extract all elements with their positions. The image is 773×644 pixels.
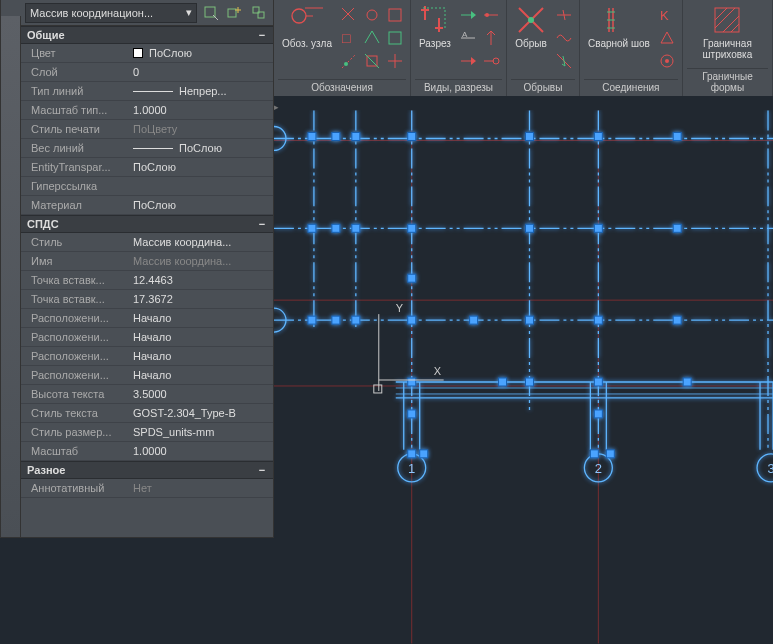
svg-rect-78 <box>332 224 340 232</box>
property-row[interactable]: Расположени...Начало <box>21 328 273 347</box>
ribbon-group-granichnye: Граничная штриховка Граничные формы <box>683 0 773 96</box>
sm-icon-3[interactable] <box>384 4 406 26</box>
sm-break-2[interactable] <box>553 27 575 49</box>
property-value[interactable]: Массив координа... <box>133 236 273 248</box>
property-value[interactable]: ПоСлою <box>133 47 273 59</box>
sm-icon-9[interactable] <box>384 50 406 72</box>
property-value-text: 12.4463 <box>133 274 173 286</box>
sm-weld-1[interactable]: K <box>656 4 678 26</box>
property-value[interactable]: ПоЦвету <box>133 123 273 135</box>
select-objects-button[interactable] <box>249 3 269 23</box>
property-value[interactable]: 1.0000 <box>133 445 273 457</box>
property-value[interactable]: Начало <box>133 312 273 324</box>
weld-button[interactable]: Сварной шов <box>584 2 654 51</box>
property-row[interactable]: ИмяМассив координа... <box>21 252 273 271</box>
property-value[interactable]: Непрер... <box>133 85 273 97</box>
property-value[interactable]: ПоСлою <box>133 199 273 211</box>
property-row[interactable]: Слой0 <box>21 63 273 82</box>
object-type-value: Массив координацион... <box>30 7 153 19</box>
property-value[interactable]: GOST-2.304_Type-B <box>133 407 273 419</box>
break-button[interactable]: Обрыв <box>511 2 551 51</box>
property-group-header[interactable]: Общие− <box>21 26 273 44</box>
property-value[interactable]: ПоСлою <box>133 142 273 154</box>
property-value[interactable]: Массив координа... <box>133 255 273 267</box>
property-row[interactable]: Тип линийНепрер... <box>21 82 273 101</box>
sm-weld-2[interactable] <box>656 27 678 49</box>
property-value[interactable]: SPDS_units-mm <box>133 426 273 438</box>
property-value[interactable]: 0 <box>133 66 273 78</box>
property-group-header[interactable]: Разное− <box>21 461 273 479</box>
svg-rect-97 <box>683 378 691 386</box>
sm-icon-7[interactable] <box>338 50 360 72</box>
collapse-icon[interactable]: − <box>257 219 267 229</box>
property-row[interactable]: Гиперссылка <box>21 177 273 196</box>
property-row[interactable]: Расположени...Начало <box>21 347 273 366</box>
property-name: Расположени... <box>21 331 133 343</box>
sm-view-3[interactable]: A <box>457 27 479 49</box>
property-value[interactable]: Начало <box>133 331 273 343</box>
property-value[interactable]: Нет <box>133 482 273 494</box>
property-value[interactable]: 1.0000 <box>133 104 273 116</box>
property-row[interactable]: Точка вставк...12.4463 <box>21 271 273 290</box>
sm-view-5[interactable] <box>457 50 479 72</box>
property-row[interactable]: Высота текста3.5000 <box>21 385 273 404</box>
object-type-combo[interactable]: Массив координацион... ▾ <box>25 3 197 23</box>
property-row[interactable]: Точка вставк...17.3672 <box>21 290 273 309</box>
properties-panel-handle[interactable] <box>1 16 21 537</box>
sm-icon-4[interactable]: □ <box>338 27 360 49</box>
svg-text:K: K <box>660 8 669 23</box>
property-row[interactable]: Стиль текстаGOST-2.304_Type-B <box>21 404 273 423</box>
ribbon-group-title: Обозначения <box>278 79 406 96</box>
property-value[interactable]: 3.5000 <box>133 388 273 400</box>
node-designation-button[interactable]: Обоз. узла <box>278 2 336 51</box>
property-row[interactable]: Масштаб тип...1.0000 <box>21 101 273 120</box>
property-name: Материал <box>21 199 133 211</box>
property-row[interactable]: ЦветПоСлою <box>21 44 273 63</box>
sm-icon-6[interactable] <box>384 27 406 49</box>
quick-select-button[interactable] <box>201 3 221 23</box>
properties-panel: Массив координацион... ▾ Общие−ЦветПоСло… <box>0 0 274 538</box>
property-group-header[interactable]: СПДС− <box>21 215 273 233</box>
sm-weld-3[interactable] <box>656 50 678 72</box>
property-row[interactable]: Расположени...Начало <box>21 309 273 328</box>
sm-icon-1[interactable] <box>338 4 360 26</box>
property-value[interactable]: ПоСлою <box>133 161 273 173</box>
property-row[interactable]: МатериалПоСлою <box>21 196 273 215</box>
property-value[interactable]: 12.4463 <box>133 274 273 286</box>
sm-view-6[interactable] <box>480 50 502 72</box>
pickadd-button[interactable] <box>225 3 245 23</box>
property-row[interactable]: Масштаб1.0000 <box>21 442 273 461</box>
property-row[interactable]: Расположени...Начало <box>21 366 273 385</box>
sm-break-1[interactable] <box>553 4 575 26</box>
svg-text:Y: Y <box>396 302 404 314</box>
sm-view-4[interactable] <box>480 27 502 49</box>
ribbon-group-title: Обрывы <box>511 79 575 96</box>
svg-rect-93 <box>408 378 416 386</box>
svg-rect-110 <box>228 9 236 17</box>
sm-icon-5[interactable] <box>361 27 383 49</box>
property-row[interactable]: Вес линийПоСлою <box>21 139 273 158</box>
sm-break-3[interactable] <box>553 50 575 72</box>
ribbon-group-oboznacheniya: Обоз. узла □ Обозн <box>274 0 411 96</box>
section-icon <box>419 4 451 36</box>
boundary-hatch-button[interactable]: Граничная штриховка <box>687 2 768 62</box>
collapse-icon[interactable]: − <box>257 465 267 475</box>
collapse-icon[interactable]: − <box>257 30 267 40</box>
section-button[interactable]: Разрез <box>415 2 455 51</box>
property-row[interactable]: Стиль размер...SPDS_units-mm <box>21 423 273 442</box>
sm-icon-2[interactable] <box>361 4 383 26</box>
sm-icon-8[interactable] <box>361 50 383 72</box>
property-row[interactable]: Стиль печатиПоЦвету <box>21 120 273 139</box>
sm-view-1[interactable] <box>457 4 479 26</box>
svg-rect-101 <box>420 450 428 458</box>
property-row[interactable]: АннотативныйНет <box>21 479 273 498</box>
color-swatch <box>133 48 143 58</box>
property-value[interactable]: 17.3672 <box>133 293 273 305</box>
property-name: Слой <box>21 66 133 78</box>
property-value[interactable]: Начало <box>133 350 273 362</box>
property-name: Стиль размер... <box>21 426 133 438</box>
property-value[interactable]: Начало <box>133 369 273 381</box>
sm-view-2[interactable] <box>480 4 502 26</box>
property-row[interactable]: EntityTranspar...ПоСлою <box>21 158 273 177</box>
property-row[interactable]: СтильМассив координа... <box>21 233 273 252</box>
